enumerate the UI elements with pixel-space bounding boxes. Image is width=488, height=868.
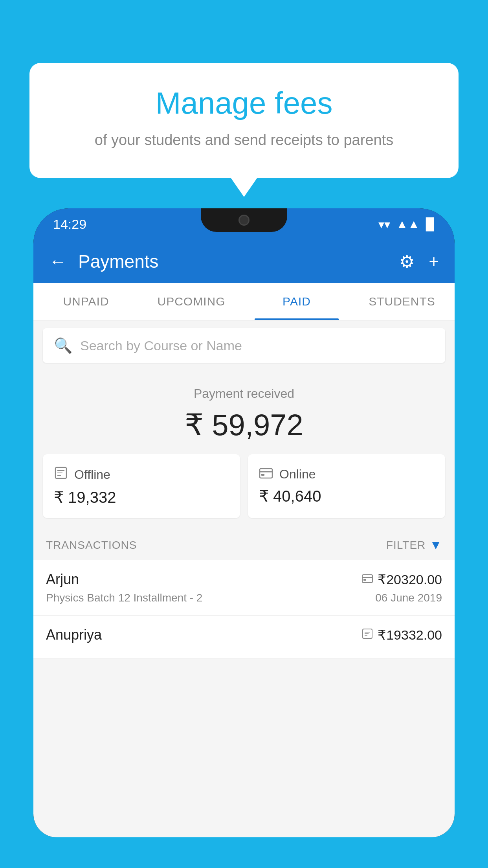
speech-bubble: Manage fees of your students and send re… [29, 63, 459, 178]
phone-outer: 14:29 ▾▾ ▲▲ ▉ ← Payments ⚙ + UNPAID [33, 208, 455, 868]
transaction-amount: ₹19332.00 [378, 627, 442, 643]
search-icon: 🔍 [54, 337, 72, 354]
status-icons: ▾▾ ▲▲ ▉ [378, 217, 435, 231]
search-placeholder-text: Search by Course or Name [80, 338, 242, 353]
transaction-top: Arjun ₹20320.00 [46, 571, 442, 588]
app-bar-actions: ⚙ + [399, 252, 439, 272]
transaction-date: 06 June 2019 [375, 592, 442, 604]
online-icon [259, 466, 273, 482]
transaction-bottom: Physics Batch 12 Installment - 2 06 June… [46, 592, 442, 604]
tab-students[interactable]: STUDENTS [349, 283, 455, 320]
phone-notch [201, 208, 287, 232]
offline-icon [54, 466, 68, 484]
app-bar: ← Payments ⚙ + [33, 240, 455, 283]
transactions-label: TRANSACTIONS [46, 539, 137, 552]
signal-icon: ▲▲ [396, 217, 420, 231]
transaction-amount-wrap: ₹20320.00 [362, 572, 442, 587]
payment-received-section: Payment received ₹ 59,972 [33, 371, 455, 454]
online-card-header: Online [259, 466, 434, 482]
transaction-amount-wrap: ₹19332.00 [362, 627, 442, 643]
filter-icon: ▼ [429, 538, 442, 552]
online-card: Online ₹ 40,640 [248, 454, 445, 518]
transaction-desc: Physics Batch 12 Installment - 2 [46, 592, 202, 604]
bubble-subtitle: of your students and send receipts to pa… [61, 130, 427, 151]
transaction-row[interactable]: Anupriya ₹19332.00 [33, 616, 455, 658]
battery-icon: ▉ [426, 217, 435, 231]
svg-rect-9 [363, 579, 366, 581]
svg-rect-6 [261, 474, 264, 476]
online-label: Online [279, 467, 316, 482]
transaction-name: Arjun [46, 571, 79, 588]
tab-upcoming[interactable]: UPCOMING [139, 283, 244, 320]
offline-card: Offline ₹ 19,332 [43, 454, 240, 518]
transaction-top: Anupriya ₹19332.00 [46, 627, 442, 643]
wifi-icon: ▾▾ [378, 217, 390, 231]
transaction-name: Anupriya [46, 627, 102, 643]
bubble-title: Manage fees [61, 86, 427, 120]
filter-label: FILTER [386, 539, 426, 552]
payment-cards: Offline ₹ 19,332 [33, 454, 455, 530]
filter-section[interactable]: FILTER ▼ [386, 538, 442, 552]
offline-label: Offline [74, 467, 110, 482]
search-bar[interactable]: 🔍 Search by Course or Name [43, 328, 445, 363]
offline-payment-icon [362, 628, 373, 642]
status-time: 14:29 [53, 217, 86, 232]
svg-rect-7 [362, 575, 372, 583]
transaction-amount: ₹20320.00 [378, 572, 442, 587]
tabs-container: UNPAID UPCOMING PAID STUDENTS [33, 283, 455, 320]
tab-paid[interactable]: PAID [244, 283, 349, 320]
payment-received-label: Payment received [33, 386, 455, 401]
settings-icon[interactable]: ⚙ [399, 252, 415, 272]
tab-unpaid[interactable]: UNPAID [33, 283, 139, 320]
phone-camera [238, 215, 250, 226]
offline-card-header: Offline [54, 466, 229, 484]
payment-amount: ₹ 59,972 [33, 407, 455, 442]
screen-content: 🔍 Search by Course or Name Payment recei… [33, 320, 455, 837]
transaction-row[interactable]: Arjun ₹20320.00 [33, 560, 455, 616]
online-amount: ₹ 40,640 [259, 487, 434, 505]
offline-amount: ₹ 19,332 [54, 488, 229, 506]
back-button[interactable]: ← [49, 252, 66, 271]
app-bar-title: Payments [78, 251, 387, 272]
add-icon[interactable]: + [429, 252, 439, 271]
phone-frame: 14:29 ▾▾ ▲▲ ▉ ← Payments ⚙ + UNPAID [33, 208, 455, 837]
card-payment-icon [362, 573, 373, 586]
transactions-header: TRANSACTIONS FILTER ▼ [33, 530, 455, 560]
speech-bubble-container: Manage fees of your students and send re… [29, 63, 459, 178]
svg-rect-4 [260, 469, 272, 478]
phone-inner: 14:29 ▾▾ ▲▲ ▉ ← Payments ⚙ + UNPAID [33, 208, 455, 837]
